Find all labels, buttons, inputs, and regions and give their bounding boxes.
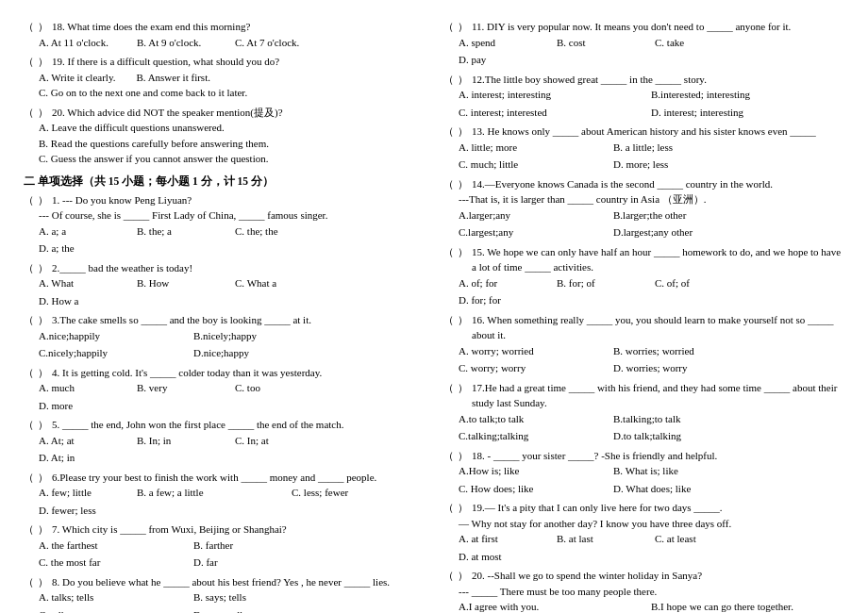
r-q20: （ ） 20. --Shall we go to spend the winte… bbox=[443, 568, 844, 613]
q19-text: 19. If there is a difficult question, wh… bbox=[52, 54, 279, 70]
r-q12: （ ） 12.The little boy showed great _____… bbox=[443, 72, 844, 121]
q18-opt-a: A. At 11 o'clock. bbox=[39, 35, 133, 51]
right-column: （ ） 11. DIY is very popular now. It mean… bbox=[443, 19, 844, 613]
s2-q6: （ ） 6.Please try your best to finish the… bbox=[24, 470, 425, 519]
q18-opt-b: B. At 9 o'clock. bbox=[137, 35, 231, 51]
left-column: （ ） 18. What time does the exam end this… bbox=[24, 19, 425, 613]
r-q19: （ ） 19.— It's a pity that I can only liv… bbox=[443, 500, 844, 564]
s2-q2: （ ） 2._____ bad the weather is today! A.… bbox=[24, 260, 425, 309]
s2-q8: （ ） 8. Do you believe what he _____ abou… bbox=[24, 574, 425, 614]
r-q17: （ ） 17.He had a great time _____ with hi… bbox=[443, 380, 844, 444]
s2-q1: （ ） 1. --- Do you know Peng Liyuan? --- … bbox=[24, 192, 425, 257]
r-q11: （ ） 11. DIY is very popular now. It mean… bbox=[443, 19, 844, 68]
q20-text: 20. Which advice did NOT the speaker men… bbox=[52, 105, 283, 121]
question-18: （ ） 18. What time does the exam end this… bbox=[24, 19, 425, 50]
r-q18: （ ） 18. - _____ your sister _____? -She … bbox=[443, 448, 844, 497]
section2-header: 二 单项选择（共 15 小题；每小题 1 分，计 15 分） bbox=[24, 174, 425, 189]
question-19: （ ） 19. If there is a difficult question… bbox=[24, 54, 425, 101]
question-20: （ ） 20. Which advice did NOT the speaker… bbox=[24, 105, 425, 167]
s2-q4: （ ） 4. It is getting cold. It's _____ co… bbox=[24, 365, 425, 414]
r-q13: （ ） 13. He knows only _____ about Americ… bbox=[443, 124, 844, 173]
r-q15: （ ） 15. We hope we can only have half an… bbox=[443, 244, 844, 308]
page-container: （ ） 18. What time does the exam end this… bbox=[24, 19, 844, 613]
r-q14: （ ） 14.—Everyone knows Canada is the sec… bbox=[443, 176, 844, 240]
q18-opt-c: C. At 7 o'clock. bbox=[235, 35, 329, 51]
q18-text: 18. What time does the exam end this mor… bbox=[52, 19, 250, 35]
s2-q5: （ ） 5. _____ the end, John won the first… bbox=[24, 417, 425, 466]
s2-q3: （ ） 3.The cake smells so _____ and the b… bbox=[24, 312, 425, 361]
s2-q7: （ ） 7. Which city is _____ from Wuxi, Be… bbox=[24, 522, 425, 571]
r-q16: （ ） 16. When something really _____ you,… bbox=[443, 312, 844, 376]
